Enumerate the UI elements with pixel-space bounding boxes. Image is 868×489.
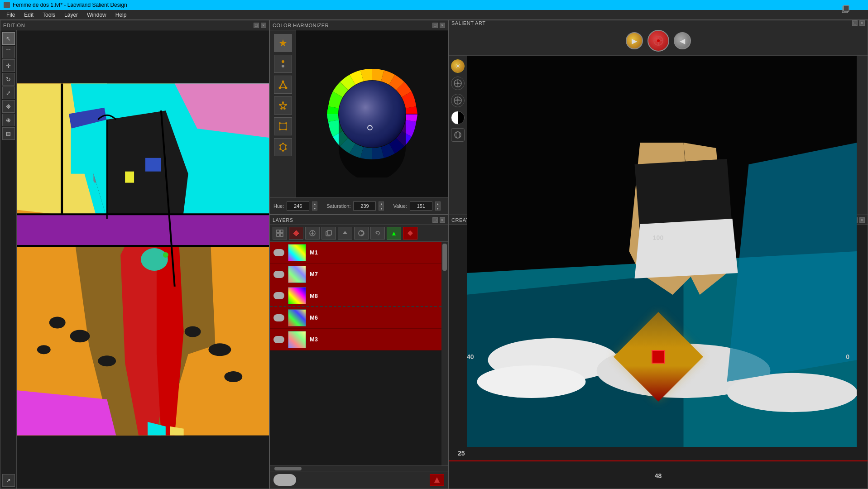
creative-diamond[interactable]: [614, 312, 703, 402]
svg-point-64: [456, 132, 460, 138]
lasso-tool[interactable]: ⌒: [2, 46, 15, 58]
canvas-area[interactable]: [17, 30, 269, 489]
layer-check-tool[interactable]: [403, 227, 417, 240]
sat-up[interactable]: ▲: [379, 201, 384, 206]
ch-minimize[interactable]: □: [432, 23, 438, 28]
offset-tool[interactable]: ⊕: [2, 114, 15, 126]
cc-label-top: 100: [653, 234, 663, 241]
menu-layer[interactable]: Layer: [60, 11, 82, 19]
app-icon: [4, 2, 10, 8]
svg-point-46: [282, 143, 284, 144]
svg-point-51: [279, 144, 281, 146]
harmony-star-tool[interactable]: [274, 96, 292, 115]
layer-item-m7[interactable]: M7: [270, 264, 441, 285]
layer-diamond-tool[interactable]: [289, 227, 303, 240]
menu-file[interactable]: File: [2, 11, 19, 19]
val-up[interactable]: ▲: [435, 201, 441, 206]
edition-close[interactable]: ×: [261, 23, 266, 28]
layer-eye-m1[interactable]: [273, 249, 284, 256]
knife-tool[interactable]: ⊟: [2, 127, 15, 140]
edition-title: Edition: [3, 23, 25, 28]
svg-rect-59: [844, 5, 849, 11]
layer-item-m1[interactable]: M1: [270, 242, 441, 264]
layer-delete-button[interactable]: [430, 474, 444, 486]
sun-tool[interactable]: ☀: [451, 59, 465, 73]
color-wheel-area[interactable]: [296, 30, 448, 197]
select-tool[interactable]: ↖: [2, 32, 15, 45]
svg-point-50: [279, 148, 281, 150]
saturation-label: Saturation:: [326, 203, 350, 209]
menu-window[interactable]: Window: [82, 11, 111, 19]
hue-field: Hue: 246 ▲ ▼: [273, 201, 317, 211]
layer-eye-m3[interactable]: [273, 336, 284, 343]
rotate-tool[interactable]: ↻: [2, 73, 15, 86]
layer-eye-m6[interactable]: [273, 314, 284, 321]
val-down[interactable]: ▼: [435, 206, 441, 211]
scale-tool[interactable]: ⤢: [2, 86, 15, 99]
color-wheel[interactable]: [309, 51, 436, 177]
layer-grid-tool[interactable]: [273, 227, 287, 240]
svg-point-29: [282, 65, 284, 67]
menu-tools[interactable]: Tools: [38, 11, 60, 19]
top-right: Color Harmonizer □ ×: [269, 20, 868, 215]
bw-tool[interactable]: [451, 111, 465, 125]
layers-h-scrollbar[interactable]: [270, 465, 448, 471]
layers-header: Layers □ ×: [270, 215, 448, 225]
sa-minimize[interactable]: □: [852, 20, 858, 26]
move-tool[interactable]: ✛: [2, 59, 15, 72]
layer-item-m8[interactable]: M8: [270, 285, 441, 307]
layer-up-tool[interactable]: ▲: [387, 227, 401, 240]
hue-down[interactable]: ▼: [312, 206, 317, 211]
warp-tool[interactable]: ❊: [2, 100, 15, 113]
layer-eye-m7[interactable]: [273, 271, 284, 278]
menu-help[interactable]: Help: [111, 11, 131, 19]
edition-content: ↖ ⌒ ✛ ↻ ⤢ ❊ ⊕ ⊟ ↗: [0, 30, 269, 489]
edition-minimize[interactable]: □: [254, 23, 259, 28]
back-button[interactable]: ◀: [674, 32, 691, 49]
harmony-dot-tool[interactable]: [274, 55, 292, 73]
menu-edit[interactable]: Edit: [19, 11, 38, 19]
sat-down[interactable]: ▼: [379, 206, 384, 211]
saturation-field: Saturation: 239 ▲ ▼: [326, 201, 384, 211]
layers-minimize[interactable]: □: [432, 217, 438, 223]
play-button[interactable]: ▶: [626, 32, 643, 49]
hue-value[interactable]: 246: [287, 201, 309, 211]
compass-tool[interactable]: [451, 77, 465, 90]
salient-art-toolbar: ▶ ◀: [449, 26, 868, 56]
layer-add-button[interactable]: [273, 474, 296, 486]
color-picker-tool[interactable]: [274, 34, 292, 52]
copy-button[interactable]: [841, 5, 850, 15]
layer-copy-tool[interactable]: [321, 227, 336, 240]
pointer-tool[interactable]: ↗: [2, 474, 15, 487]
layers-scrollbar[interactable]: [441, 242, 448, 465]
layer-refresh-tool[interactable]: [370, 227, 385, 240]
palette-tool[interactable]: [451, 94, 465, 107]
layer-eye-m8[interactable]: [273, 292, 284, 299]
layers-h-thumb: [274, 467, 302, 470]
svg-marker-81: [293, 230, 299, 236]
cc-close[interactable]: ×: [859, 217, 865, 223]
harmony-hex-tool[interactable]: [274, 138, 292, 156]
layer-item-m6[interactable]: M6: [270, 307, 441, 329]
svg-rect-77: [277, 230, 279, 233]
hue-up[interactable]: ▲: [312, 201, 317, 206]
value-value[interactable]: 151: [410, 201, 432, 211]
layer-item-m3[interactable]: M3: [270, 329, 441, 350]
color-harmonizer-title: Color Harmonizer: [273, 23, 329, 28]
ch-close[interactable]: ×: [440, 23, 445, 28]
center-button[interactable]: [647, 30, 669, 52]
sphere-tool[interactable]: [451, 128, 465, 142]
svg-rect-84: [327, 230, 331, 235]
layer-circle-tool[interactable]: [354, 227, 369, 240]
layer-plus-tool[interactable]: [305, 227, 320, 240]
hue-label: Hue:: [273, 203, 284, 209]
svg-rect-40: [280, 123, 286, 129]
sa-close[interactable]: ×: [859, 20, 865, 26]
layers-close[interactable]: ×: [440, 217, 445, 223]
window-title: Femme de dos 1.lvf* - Laoviland Salient …: [13, 2, 127, 8]
harmony-square-tool[interactable]: [274, 117, 292, 135]
saturation-spinners: ▲ ▼: [379, 201, 384, 211]
layer-arrow-tool[interactable]: [338, 227, 352, 240]
harmony-triangle-tool[interactable]: [274, 76, 292, 94]
saturation-value[interactable]: 239: [353, 201, 376, 211]
